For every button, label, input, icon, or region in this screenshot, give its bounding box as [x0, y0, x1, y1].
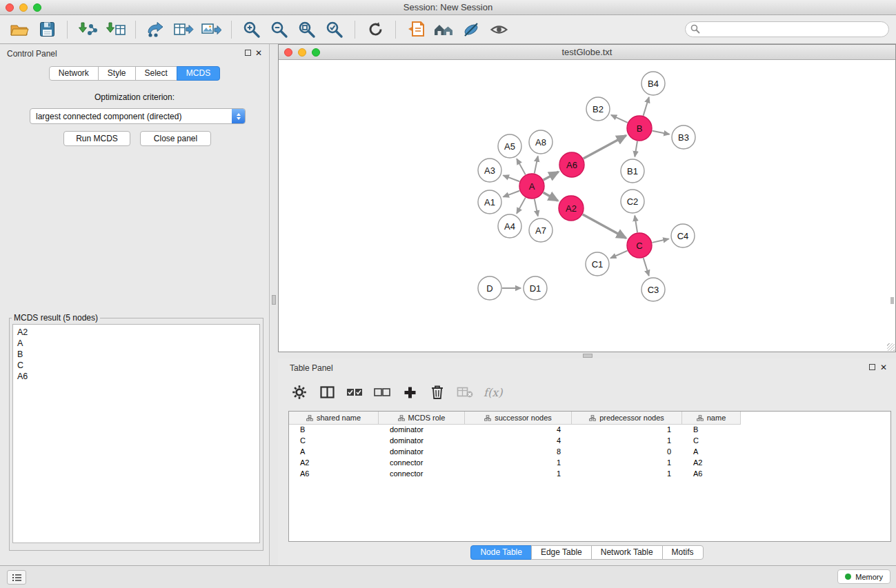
tab-edge-table[interactable]: Edge Table — [531, 545, 592, 560]
table-row[interactable]: A6connector11A6 — [289, 469, 890, 480]
graphics-details-button[interactable] — [459, 18, 484, 41]
table-cell[interactable]: 1 — [465, 458, 572, 469]
save-session-button[interactable] — [34, 18, 59, 41]
mcds-result-item[interactable]: A — [17, 338, 255, 349]
mcds-result-item[interactable]: B — [17, 349, 255, 360]
table-row[interactable]: Bdominator41B — [289, 425, 890, 436]
column-header[interactable]: predecessor nodes — [572, 412, 682, 425]
horizontal-splitter-handle[interactable] — [583, 354, 593, 358]
graph-edge[interactable] — [653, 131, 670, 134]
mcds-result-list[interactable]: A2ABCA6 — [12, 324, 260, 543]
show-panels-button[interactable] — [7, 570, 26, 585]
graph-edge[interactable] — [635, 216, 637, 232]
tab-network-table[interactable]: Network Table — [591, 545, 663, 560]
table-cell[interactable]: dominator — [379, 447, 465, 458]
graph-edge[interactable] — [583, 214, 626, 238]
network-canvas[interactable]: B4B2BB3A5A8A6A3B1AA1C2A2A4A7C4CC1DD1C3 — [279, 60, 895, 352]
zoom-in-button[interactable] — [239, 18, 264, 41]
table-cell[interactable]: 8 — [465, 447, 572, 458]
table-cell[interactable]: A — [289, 447, 379, 458]
show-columns-button[interactable] — [318, 383, 336, 402]
close-panel-button[interactable]: ✕ — [255, 48, 262, 58]
table-cell[interactable]: 4 — [465, 425, 572, 436]
network-file-button[interactable] — [404, 18, 428, 41]
vertical-splitter-handle[interactable] — [272, 295, 276, 305]
tab-network[interactable]: Network — [49, 66, 99, 81]
open-session-button[interactable] — [7, 18, 32, 41]
apply-layout-button[interactable] — [363, 18, 388, 41]
graph-edge[interactable] — [535, 199, 538, 216]
table-cell[interactable]: 1 — [572, 425, 682, 436]
table-cell[interactable]: 4 — [465, 436, 572, 447]
zoom-selected-button[interactable] — [322, 18, 347, 41]
criterion-select[interactable]: largest connected component (directed) — [30, 108, 246, 124]
tab-style[interactable]: Style — [98, 66, 136, 81]
graph-edge[interactable] — [535, 156, 538, 174]
export-table-button[interactable] — [171, 18, 196, 41]
table-row[interactable]: Cdominator41C — [289, 436, 890, 447]
table-cell[interactable]: A2 — [289, 458, 379, 469]
column-header[interactable]: name — [682, 412, 741, 425]
select-all-button[interactable] — [346, 383, 364, 402]
table-cell[interactable]: C — [289, 436, 379, 447]
table-settings-button[interactable] — [290, 383, 308, 402]
table-cell[interactable]: connector — [379, 469, 465, 480]
table-row[interactable]: A2connector11A2 — [289, 458, 890, 469]
delete-column-button[interactable] — [428, 383, 446, 402]
close-panel-button-2[interactable]: Close panel — [140, 131, 211, 146]
graph-edge[interactable] — [517, 159, 526, 174]
column-header[interactable]: shared name — [289, 412, 379, 425]
import-network-button[interactable] — [75, 18, 100, 41]
table-float-button[interactable] — [869, 364, 875, 370]
table-cell[interactable]: dominator — [379, 436, 465, 447]
memory-button[interactable]: Memory — [837, 569, 890, 584]
add-column-button[interactable] — [401, 383, 419, 402]
table-cell[interactable]: A — [682, 447, 741, 458]
table-cell[interactable]: B — [289, 425, 379, 436]
table-cell[interactable]: A6 — [289, 469, 379, 480]
table-cell[interactable]: dominator — [379, 425, 465, 436]
graph-edge[interactable] — [653, 239, 669, 243]
graph-edge[interactable] — [504, 175, 520, 181]
table-cell[interactable]: A2 — [682, 458, 741, 469]
graph-edge[interactable] — [644, 97, 649, 116]
window-resize-grip[interactable] — [887, 343, 895, 351]
table-cell[interactable]: C — [682, 436, 741, 447]
table-cell[interactable]: B — [682, 425, 741, 436]
graph-edge[interactable] — [517, 198, 526, 214]
graph-edge[interactable] — [635, 141, 637, 157]
graph-edge[interactable] — [504, 191, 520, 197]
network-graph[interactable]: B4B2BB3A5A8A6A3B1AA1C2A2A4A7C4CC1DD1C3 — [279, 60, 895, 352]
table-cell[interactable]: 1 — [465, 469, 572, 480]
tab-select[interactable]: Select — [135, 66, 177, 81]
home-button[interactable] — [431, 18, 456, 41]
table-close-button[interactable]: ✕ — [880, 363, 887, 372]
graph-edge[interactable] — [544, 192, 558, 201]
table-row[interactable]: Adominator80A — [289, 447, 890, 458]
export-network-button[interactable] — [143, 18, 168, 41]
mcds-result-item[interactable]: A2 — [17, 327, 255, 338]
graph-edge[interactable] — [584, 135, 626, 158]
tab-node-table[interactable]: Node Table — [470, 545, 532, 560]
import-table-button[interactable] — [103, 18, 128, 41]
table-cell[interactable]: 1 — [572, 469, 682, 480]
graph-edge[interactable] — [611, 115, 628, 123]
search-input[interactable] — [685, 21, 889, 37]
function-builder-button[interactable]: f(x) — [484, 383, 502, 402]
graph-edge[interactable] — [610, 251, 627, 258]
table-cell[interactable]: A6 — [682, 469, 741, 480]
export-image-button[interactable] — [199, 18, 223, 41]
table-cell[interactable]: 1 — [572, 458, 682, 469]
delete-table-button[interactable] — [456, 383, 474, 402]
float-panel-button[interactable] — [245, 50, 251, 56]
zoom-fit-button[interactable] — [295, 18, 319, 41]
mcds-result-item[interactable]: A6 — [17, 371, 255, 382]
graph-edge[interactable] — [544, 172, 559, 180]
run-mcds-button[interactable]: Run MCDS — [63, 131, 130, 146]
tab-motifs[interactable]: Motifs — [662, 545, 704, 560]
table-cell[interactable]: 0 — [572, 447, 682, 458]
deselect-all-button[interactable] — [373, 383, 391, 402]
column-header[interactable]: MCDS role — [379, 412, 465, 425]
mcds-result-item[interactable]: C — [17, 360, 255, 371]
table-cell[interactable]: 1 — [572, 436, 682, 447]
